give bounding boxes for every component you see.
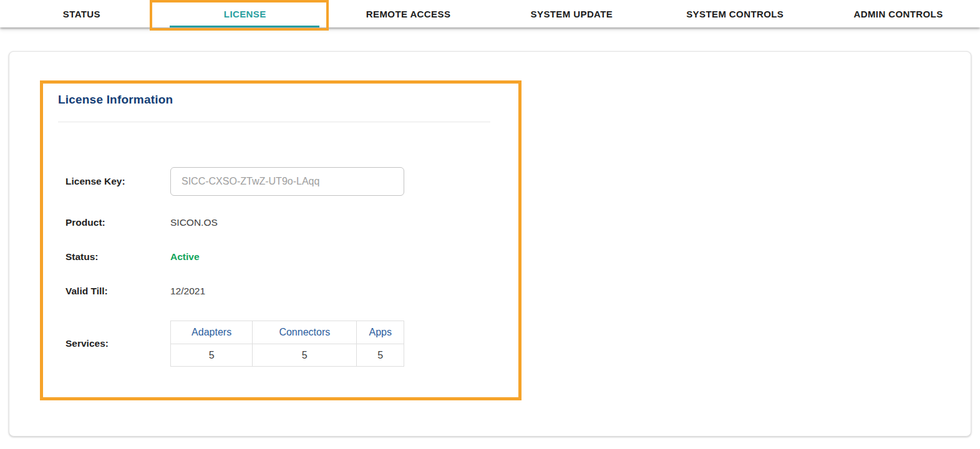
active-tab-underline — [170, 26, 319, 27]
tab-license-label: LICENSE — [224, 9, 266, 19]
section-title: License Information — [58, 93, 971, 107]
license-form: License Key: Product: SICON.OS Status: A… — [58, 167, 971, 367]
tab-license[interactable]: LICENSE — [163, 0, 327, 27]
product-label: Product: — [65, 217, 170, 228]
product-row: Product: SICON.OS — [65, 217, 971, 228]
product-value: SICON.OS — [170, 217, 218, 228]
section-divider — [58, 122, 490, 122]
tab-system-controls[interactable]: SYSTEM CONTROLS — [653, 0, 817, 27]
license-key-label: License Key: — [65, 176, 170, 187]
tab-system-update-label: SYSTEM UPDATE — [531, 9, 613, 19]
services-adapters-count: 5 — [171, 344, 253, 367]
tab-admin-controls[interactable]: ADMIN CONTROLS — [817, 0, 980, 27]
tab-admin-controls-label: ADMIN CONTROLS — [854, 9, 943, 19]
services-value-row: 5 5 5 — [171, 344, 404, 367]
content-card: License Information License Key: Product… — [9, 51, 971, 437]
status-label: Status: — [65, 251, 170, 263]
tab-remote-access-label: REMOTE ACCESS — [366, 9, 451, 19]
tab-system-controls-label: SYSTEM CONTROLS — [686, 9, 784, 19]
services-connectors-count: 5 — [253, 344, 357, 367]
tab-status-label: STATUS — [63, 9, 100, 19]
license-information-section: License Information License Key: Product… — [9, 52, 971, 367]
license-key-input[interactable] — [170, 167, 404, 196]
valid-till-value: 12/2021 — [170, 286, 205, 297]
valid-till-row: Valid Till: 12/2021 — [65, 286, 971, 297]
tab-bar: STATUS LICENSE REMOTE ACCESS SYSTEM UPDA… — [0, 0, 980, 27]
status-badge: Active — [170, 251, 200, 263]
valid-till-label: Valid Till: — [65, 286, 170, 297]
tab-status[interactable]: STATUS — [0, 0, 163, 27]
services-row: Services: Adapters Connectors Apps 5 5 5 — [65, 321, 971, 367]
services-col-connectors: Connectors — [253, 321, 357, 344]
status-row: Status: Active — [65, 251, 971, 263]
services-col-apps: Apps — [357, 321, 404, 344]
tab-remote-access[interactable]: REMOTE ACCESS — [327, 0, 490, 27]
services-col-adapters: Adapters — [171, 321, 253, 344]
license-key-row: License Key: — [65, 167, 971, 196]
services-header-row: Adapters Connectors Apps — [171, 321, 404, 344]
tab-system-update[interactable]: SYSTEM UPDATE — [490, 0, 653, 27]
services-table: Adapters Connectors Apps 5 5 5 — [170, 321, 404, 367]
services-apps-count: 5 — [357, 344, 404, 367]
services-label: Services: — [65, 338, 170, 349]
